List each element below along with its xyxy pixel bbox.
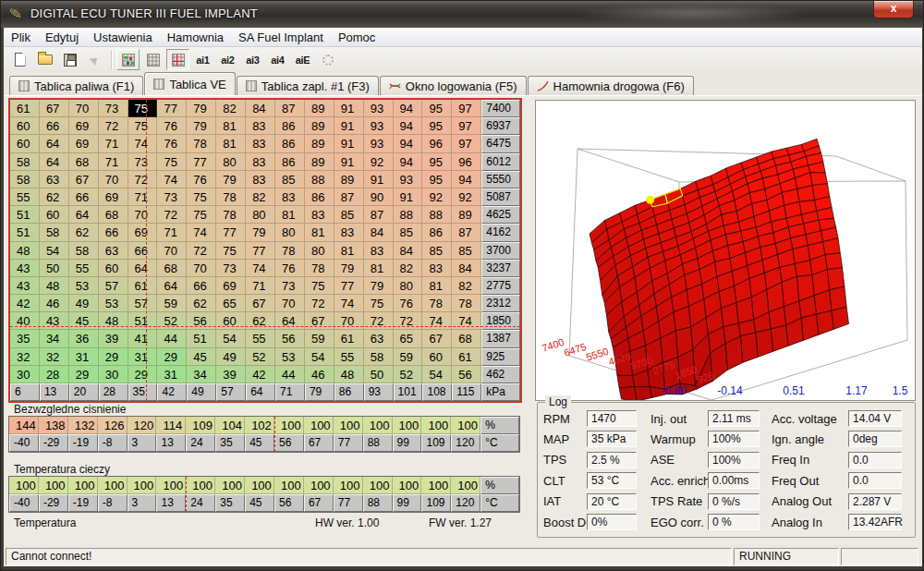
ve-cell-r10c10[interactable]: 75: [305, 277, 334, 295]
ve-cell-r7c14[interactable]: 86: [422, 224, 452, 241]
toolbar-button-ai1[interactable]: ai1: [191, 49, 214, 70]
ve-cell-r11c0[interactable]: 42: [10, 295, 40, 312]
ve-cell-r9c11[interactable]: 79: [334, 260, 364, 277]
ve-cell-r6c12[interactable]: 87: [364, 206, 394, 224]
ve-cell-r1c1[interactable]: 66: [40, 117, 69, 135]
ve-cell-r8c0[interactable]: 48: [10, 242, 40, 260]
ve-cell-r8c14[interactable]: 85: [422, 242, 452, 260]
ve-cell-r4c2[interactable]: 67: [69, 171, 99, 188]
ve-cell-r15c4[interactable]: 29: [128, 366, 158, 383]
ve-cell-r7c6[interactable]: 74: [187, 224, 216, 241]
ve-cell-r5c14[interactable]: 92: [422, 188, 452, 206]
ve-cell-r4c13[interactable]: 93: [394, 171, 423, 188]
ve-cell-r5c5[interactable]: 73: [157, 188, 187, 206]
ve-cell-r2c2[interactable]: 69: [69, 135, 99, 152]
fuel-table-view-button[interactable]: [116, 49, 140, 70]
ve-cell-r8c3[interactable]: 63: [99, 242, 128, 260]
ve-cell-r5c8[interactable]: 82: [246, 188, 275, 206]
ve-cell-r1c0[interactable]: 60: [10, 117, 40, 135]
ve-cell-r7c4[interactable]: 69: [128, 224, 158, 241]
coolant-percent-cell[interactable]: 100: [9, 477, 39, 494]
ve-cell-r6c7[interactable]: 78: [216, 206, 246, 224]
ve-cell-r8c8[interactable]: 77: [246, 242, 275, 260]
ve-cell-r9c5[interactable]: 68: [157, 260, 187, 277]
ve-cell-r11c12[interactable]: 75: [364, 295, 394, 312]
coolant-percent-cell[interactable]: 100: [245, 477, 274, 494]
ve-cell-r10c7[interactable]: 69: [216, 277, 246, 295]
ve-cell-r14c3[interactable]: 29: [99, 348, 128, 366]
ve-cell-r9c0[interactable]: 43: [10, 260, 40, 277]
pressure-percent-cell[interactable]: 132: [68, 417, 98, 434]
ve-cell-r7c3[interactable]: 66: [99, 224, 128, 241]
ve-cell-r14c8[interactable]: 52: [246, 348, 275, 366]
ve-cell-r1c6[interactable]: 79: [187, 117, 216, 135]
coolant-percent-cell[interactable]: 100: [274, 477, 304, 494]
settings-grid-button[interactable]: [316, 49, 339, 70]
ve-cell-r7c10[interactable]: 81: [305, 224, 334, 241]
ve-cell-r12c5[interactable]: 52: [157, 312, 187, 330]
toolbar-button-ai2[interactable]: ai2: [216, 49, 239, 70]
ve-cell-r4c15[interactable]: 94: [452, 171, 481, 188]
ve-cell-r1c4[interactable]: 75: [128, 117, 158, 135]
ve-cell-r15c1[interactable]: 28: [40, 366, 69, 383]
ve-cell-r10c1[interactable]: 48: [40, 277, 69, 295]
ve-cell-r5c3[interactable]: 69: [99, 188, 128, 206]
pressure-percent-cell[interactable]: 120: [128, 417, 157, 434]
ve-cell-r1c3[interactable]: 72: [99, 117, 128, 135]
ve-cell-r6c1[interactable]: 60: [40, 206, 69, 224]
ve-cell-r13c11[interactable]: 61: [334, 330, 364, 347]
ve-cell-r9c12[interactable]: 81: [364, 260, 394, 277]
ve-cell-r4c7[interactable]: 79: [216, 171, 246, 188]
ve-cell-r6c14[interactable]: 88: [422, 206, 452, 224]
ve-cell-r14c5[interactable]: 29: [157, 348, 187, 366]
ve-cell-r5c11[interactable]: 87: [334, 188, 364, 206]
ve-cell-r5c9[interactable]: 83: [275, 188, 305, 206]
menu-item-hamownia[interactable]: Hamownia: [160, 29, 231, 46]
ve-cell-r4c1[interactable]: 63: [40, 171, 69, 188]
ve-cell-r12c12[interactable]: 72: [364, 312, 394, 330]
pressure-percent-cell[interactable]: 144: [9, 417, 39, 434]
ve-cell-r13c0[interactable]: 35: [10, 330, 40, 347]
ve-cell-r13c10[interactable]: 59: [305, 330, 334, 347]
ve-cell-r11c15[interactable]: 78: [452, 295, 481, 312]
ve-cell-r2c15[interactable]: 97: [452, 135, 481, 152]
ve-cell-r0c4[interactable]: 75: [128, 100, 158, 117]
pressure-percent-cell[interactable]: 100: [363, 417, 393, 434]
ve-cell-r12c11[interactable]: 70: [334, 312, 364, 330]
coolant-percent-cell[interactable]: 100: [68, 477, 98, 494]
ve-cell-r9c9[interactable]: 76: [275, 260, 305, 277]
ve-cell-r2c7[interactable]: 81: [216, 135, 246, 152]
coolant-percent-cell[interactable]: 100: [186, 477, 215, 494]
ve-cell-r0c12[interactable]: 93: [364, 100, 394, 117]
coolant-percent-cell[interactable]: 100: [304, 477, 334, 494]
ve-cell-r12c4[interactable]: 51: [128, 312, 158, 330]
ve-cell-r11c8[interactable]: 67: [246, 295, 275, 312]
pressure-percent-cell[interactable]: 100: [421, 417, 451, 434]
ve-cell-r3c14[interactable]: 95: [422, 153, 452, 171]
ve-cell-r11c4[interactable]: 57: [128, 295, 158, 312]
coolant-percent-cell[interactable]: 100: [393, 477, 422, 494]
pressure-percent-cell[interactable]: 138: [39, 417, 68, 434]
ve-cell-r5c15[interactable]: 92: [452, 188, 481, 206]
ve-cell-r14c9[interactable]: 53: [275, 348, 305, 366]
ve-cell-r15c5[interactable]: 31: [157, 366, 187, 383]
ve-cell-r13c6[interactable]: 51: [187, 330, 216, 347]
ve-cell-r9c4[interactable]: 64: [128, 260, 158, 277]
ve-cell-r6c5[interactable]: 72: [157, 206, 187, 224]
ve-cell-r15c9[interactable]: 44: [275, 366, 305, 383]
ve-cell-r10c13[interactable]: 80: [394, 277, 423, 295]
ve-cell-r12c6[interactable]: 56: [187, 312, 216, 330]
toolbar-button-ai4[interactable]: ai4: [266, 49, 289, 70]
ve-cell-r13c15[interactable]: 68: [452, 330, 481, 347]
ve-cell-r1c5[interactable]: 76: [157, 117, 187, 135]
ve-cell-r5c2[interactable]: 66: [69, 188, 99, 206]
ve-cell-r11c6[interactable]: 62: [187, 295, 216, 312]
pressure-percent-cell[interactable]: 100: [334, 417, 363, 434]
ve-cell-r10c2[interactable]: 53: [69, 277, 99, 295]
ve-cell-r13c7[interactable]: 54: [216, 330, 246, 347]
ve-cell-r6c2[interactable]: 64: [69, 206, 99, 224]
tab-okno-logowania-f5-[interactable]: Okno logowania (F5): [380, 76, 527, 95]
ve-cell-r7c2[interactable]: 62: [69, 224, 99, 241]
ve-cell-r10c6[interactable]: 66: [187, 277, 216, 295]
ve-cell-r14c12[interactable]: 58: [364, 348, 394, 366]
